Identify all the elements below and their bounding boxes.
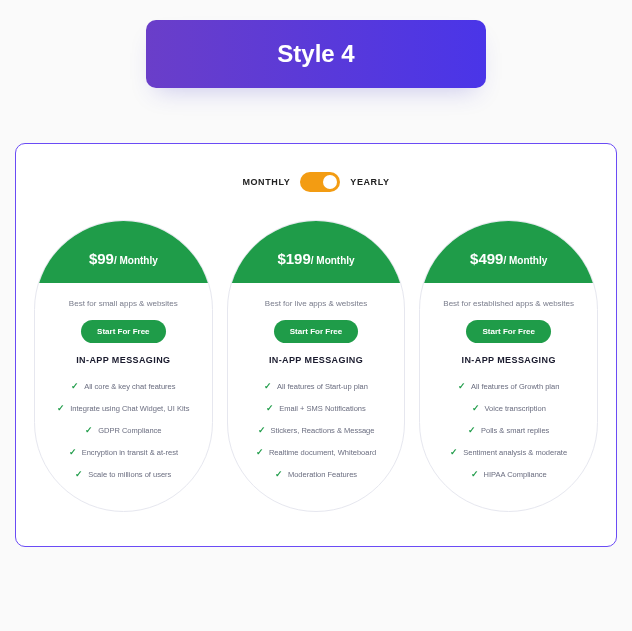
feature-text: Polls & smart replies	[481, 426, 549, 435]
check-icon: ✓	[256, 447, 264, 457]
price-amount: $499	[470, 250, 503, 267]
plans-row: $99/ Monthly Best for small apps & websi…	[34, 220, 598, 512]
price-amount: $199	[277, 250, 310, 267]
feature-item: ✓Email + SMS Notifications	[238, 397, 395, 419]
feature-text: All features of Start-up plan	[277, 382, 368, 391]
feature-text: Realtime document, Whiteboard	[269, 448, 376, 457]
plan-price: $499/ Monthly	[470, 250, 547, 267]
billing-toggle[interactable]	[300, 172, 340, 192]
feature-item: ✓Sentiment analysis & moderate	[430, 441, 587, 463]
banner-title: Style 4	[277, 40, 354, 67]
billing-toggle-row: MONTHLY YEARLY	[34, 172, 598, 192]
plan-card-3: $499/ Monthly Best for established apps …	[419, 220, 598, 512]
toggle-monthly-label: MONTHLY	[242, 177, 290, 187]
check-icon: ✓	[264, 381, 272, 391]
check-icon: ✓	[468, 425, 476, 435]
plan-price: $99/ Monthly	[89, 250, 158, 267]
cta-label: Start For Free	[482, 327, 534, 336]
feature-item: ✓Polls & smart replies	[430, 419, 587, 441]
feature-text: Moderation Features	[288, 470, 357, 479]
style-banner: Style 4	[146, 20, 486, 88]
price-period: / Monthly	[114, 255, 158, 266]
check-icon: ✓	[75, 469, 83, 479]
feature-item: ✓All features of Growth plan	[430, 375, 587, 397]
feature-list: ✓All features of Start-up plan ✓Email + …	[228, 375, 405, 485]
feature-text: Email + SMS Notifications	[279, 404, 366, 413]
feature-list: ✓All core & key chat features ✓Integrate…	[35, 375, 212, 485]
check-icon: ✓	[266, 403, 274, 413]
check-icon: ✓	[275, 469, 283, 479]
plan-section-title: IN-APP MESSAGING	[420, 355, 597, 365]
check-icon: ✓	[57, 403, 65, 413]
feature-text: All features of Growth plan	[471, 382, 559, 391]
check-icon: ✓	[71, 381, 79, 391]
price-period: / Monthly	[503, 255, 547, 266]
check-icon: ✓	[471, 469, 479, 479]
feature-text: HIPAA Compliance	[484, 470, 547, 479]
price-period: / Monthly	[311, 255, 355, 266]
toggle-yearly-label: YEARLY	[350, 177, 389, 187]
check-icon: ✓	[258, 425, 266, 435]
feature-text: All core & key chat features	[84, 382, 175, 391]
price-amount: $99	[89, 250, 114, 267]
feature-text: Voice transcription	[485, 404, 546, 413]
feature-item: ✓HIPAA Compliance	[430, 463, 587, 485]
start-free-button[interactable]: Start For Free	[274, 320, 358, 343]
check-icon: ✓	[450, 447, 458, 457]
feature-text: Sentiment analysis & moderate	[463, 448, 567, 457]
feature-text: Encryption in transit & at-rest	[82, 448, 178, 457]
plan-desc: Best for live apps & websites	[228, 299, 405, 308]
plan-head: $499/ Monthly	[420, 221, 597, 283]
cta-label: Start For Free	[290, 327, 342, 336]
feature-item: ✓Stickers, Reactions & Message	[238, 419, 395, 441]
plan-price: $199/ Monthly	[277, 250, 354, 267]
plan-card-1: $99/ Monthly Best for small apps & websi…	[34, 220, 213, 512]
plan-card-2: $199/ Monthly Best for live apps & websi…	[227, 220, 406, 512]
plan-head: $99/ Monthly	[35, 221, 212, 283]
feature-text: GDPR Compliance	[98, 426, 161, 435]
plan-section-title: IN-APP MESSAGING	[228, 355, 405, 365]
feature-item: ✓Voice transcription	[430, 397, 587, 419]
feature-text: Scale to millions of users	[88, 470, 171, 479]
plan-head: $199/ Monthly	[228, 221, 405, 283]
cta-label: Start For Free	[97, 327, 149, 336]
feature-item: ✓All features of Start-up plan	[238, 375, 395, 397]
feature-item: ✓Moderation Features	[238, 463, 395, 485]
feature-item: ✓Scale to millions of users	[45, 463, 202, 485]
toggle-knob	[323, 175, 337, 189]
feature-item: ✓GDPR Compliance	[45, 419, 202, 441]
feature-text: Stickers, Reactions & Message	[271, 426, 375, 435]
feature-text: Integrate using Chat Widget, UI Kits	[70, 404, 189, 413]
plan-desc: Best for small apps & websites	[35, 299, 212, 308]
feature-list: ✓All features of Growth plan ✓Voice tran…	[420, 375, 597, 485]
start-free-button[interactable]: Start For Free	[81, 320, 165, 343]
check-icon: ✓	[69, 447, 77, 457]
check-icon: ✓	[458, 381, 466, 391]
feature-item: ✓Encryption in transit & at-rest	[45, 441, 202, 463]
plan-section-title: IN-APP MESSAGING	[35, 355, 212, 365]
feature-item: ✓All core & key chat features	[45, 375, 202, 397]
start-free-button[interactable]: Start For Free	[466, 320, 550, 343]
pricing-panel: MONTHLY YEARLY $99/ Monthly Best for sma…	[15, 143, 617, 547]
feature-item: ✓Integrate using Chat Widget, UI Kits	[45, 397, 202, 419]
check-icon: ✓	[472, 403, 480, 413]
feature-item: ✓Realtime document, Whiteboard	[238, 441, 395, 463]
plan-desc: Best for established apps & websites	[420, 299, 597, 308]
check-icon: ✓	[85, 425, 93, 435]
